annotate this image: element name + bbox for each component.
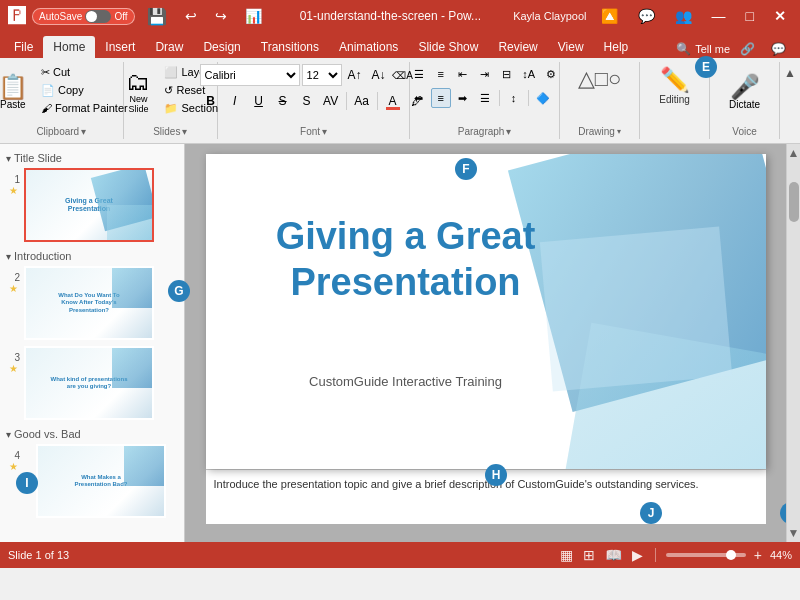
slide-main-title[interactable]: Giving a GreatPresentation: [206, 214, 766, 305]
new-slide-button[interactable]: 🗂 New Slide: [118, 64, 158, 120]
maximize-button[interactable]: □: [740, 6, 760, 26]
tab-slideshow[interactable]: Slide Show: [408, 36, 488, 58]
title-bar: 🅿 AutoSave Off 💾 ↩ ↪ 📊 01-understand-the…: [0, 0, 800, 32]
clipboard-expand-icon[interactable]: ▾: [81, 126, 86, 137]
text-direction-button[interactable]: ↕A: [519, 64, 539, 84]
normal-view-btn[interactable]: ▦: [558, 547, 575, 563]
section1-arrow[interactable]: ▾: [6, 153, 11, 164]
tab-transitions[interactable]: Transitions: [251, 36, 329, 58]
slideshow-btn[interactable]: ▶: [630, 547, 645, 563]
zoom-slider[interactable]: [666, 553, 746, 557]
slide-thumb-4[interactable]: What Makes aPresentation Bad?: [36, 444, 166, 518]
font-family-select[interactable]: Calibri: [200, 64, 300, 86]
font-label: Font ▾: [300, 126, 327, 137]
main-area: ▾ Title Slide 1 ★ Giving a GreatPresenta…: [0, 144, 800, 542]
redo-button[interactable]: ↪: [209, 6, 233, 26]
share-access-btn[interactable]: 🔗: [734, 40, 761, 58]
editing-button[interactable]: ✏️ Editing: [651, 64, 698, 107]
ribbon-toggle[interactable]: 🔼: [595, 6, 624, 26]
slide-sorter-btn[interactable]: ⊞: [581, 547, 597, 563]
comments-ribbon-btn[interactable]: 💬: [765, 40, 792, 58]
paragraph-expand-icon[interactable]: ▾: [506, 126, 511, 137]
section2-arrow[interactable]: ▾: [6, 251, 11, 262]
reading-view-btn[interactable]: 📖: [603, 547, 624, 563]
save-button[interactable]: 💾: [141, 5, 173, 28]
scrollbar-thumb[interactable]: [789, 182, 799, 222]
underline-button[interactable]: U: [248, 90, 270, 112]
tab-draw[interactable]: Draw: [145, 36, 193, 58]
align-right-button[interactable]: ➡: [453, 88, 473, 108]
bullet-list-button[interactable]: ☰: [409, 64, 429, 84]
tab-home[interactable]: Home: [43, 36, 95, 58]
increase-font-button[interactable]: A↑: [344, 64, 366, 86]
columns-button[interactable]: ⊟: [497, 64, 517, 84]
tab-design[interactable]: Design: [193, 36, 250, 58]
undo-button[interactable]: ↩: [179, 6, 203, 26]
charspacing-button[interactable]: AV: [320, 90, 342, 112]
justify-button[interactable]: ☰: [475, 88, 495, 108]
ribbon-group-paragraph: ☰ ≡ ⇤ ⇥ ⊟ ↕A ⚙ ⬅ ≡ ➡ ☰ ↕ 🔷 Paragraph ▾: [410, 62, 560, 139]
section-introduction: ▾ Introduction: [4, 246, 180, 264]
autosave-label: AutoSave: [39, 11, 82, 22]
font-size-select[interactable]: 12: [302, 64, 342, 86]
tab-help[interactable]: Help: [594, 36, 639, 58]
slide-thumb-2-inner: What Do You Want ToKnow After Today'sPre…: [26, 268, 152, 338]
slide-num-1: 1: [6, 172, 20, 185]
user-name: Kayla Claypool: [513, 10, 586, 22]
autosave-toggle[interactable]: [85, 10, 111, 23]
numbered-list-button[interactable]: ≡: [431, 64, 451, 84]
tab-insert[interactable]: Insert: [95, 36, 145, 58]
slides-expand-icon[interactable]: ▾: [182, 126, 187, 137]
slide-item-4[interactable]: 4 ★ I What Makes aPresentation Bad?: [4, 442, 180, 520]
scroll-down-arrow[interactable]: ▼: [786, 524, 800, 542]
textshadow-button[interactable]: S: [296, 90, 318, 112]
slide-canvas[interactable]: Giving a GreatPresentation CustomGuide I…: [206, 154, 766, 469]
ribbon-collapse-btn[interactable]: ▲: [784, 66, 796, 80]
increase-indent-button[interactable]: ⇥: [475, 64, 495, 84]
font-expand-icon[interactable]: ▾: [322, 126, 327, 137]
tab-animations[interactable]: Animations: [329, 36, 408, 58]
ribbon-group-voice: 🎤 Dictate Voice: [710, 62, 780, 139]
status-bar: Slide 1 of 13 ▦ ⊞ 📖 ▶ + 44%: [0, 542, 800, 568]
vertical-scrollbar[interactable]: ▲ ▼: [786, 144, 800, 542]
drawing-shapes-btn[interactable]: △□○: [572, 64, 628, 94]
status-right: ▦ ⊞ 📖 ▶ + 44%: [558, 547, 792, 563]
minimize-button[interactable]: —: [706, 6, 732, 26]
close-button[interactable]: ✕: [768, 6, 792, 26]
slide-thumb-3[interactable]: What kind of presentationsare you giving…: [24, 346, 154, 420]
slide-thumb-1[interactable]: Giving a GreatPresentation: [24, 168, 154, 242]
zoom-in-btn[interactable]: +: [752, 547, 764, 563]
align-left-button[interactable]: ⬅: [409, 88, 429, 108]
tab-view[interactable]: View: [548, 36, 594, 58]
strikethrough-button[interactable]: S: [272, 90, 294, 112]
slide-thumb-3-inner: What kind of presentationsare you giving…: [26, 348, 152, 418]
tab-review[interactable]: Review: [488, 36, 547, 58]
notes-area[interactable]: Introduce the presentation topic and giv…: [206, 469, 766, 524]
decrease-font-button[interactable]: A↓: [368, 64, 390, 86]
slide-item-1[interactable]: 1 ★ Giving a GreatPresentation: [4, 166, 180, 244]
bold-button[interactable]: B: [200, 90, 222, 112]
comments-btn[interactable]: 💬: [632, 6, 661, 26]
drawing-expand-icon[interactable]: ▾: [617, 127, 621, 136]
slide-thumb-2[interactable]: What Do You Want ToKnow After Today'sPre…: [24, 266, 154, 340]
slide-item-2[interactable]: 2 ★ What Do You Want ToKnow After Today'…: [4, 264, 180, 342]
slide-item-3[interactable]: 3 ★ What kind of presentationsare you gi…: [4, 344, 180, 422]
section3-arrow[interactable]: ▾: [6, 429, 11, 440]
scroll-up-arrow[interactable]: ▲: [786, 144, 800, 162]
present-button[interactable]: 📊: [239, 6, 268, 26]
convert-to-smartart-button[interactable]: 🔷: [533, 88, 553, 108]
slide-main-subtitle[interactable]: CustomGuide Interactive Training: [226, 374, 586, 389]
fontcolor-button[interactable]: A: [382, 90, 404, 112]
drawing-content: △□○: [572, 64, 628, 124]
dictate-button[interactable]: 🎤 Dictate: [722, 64, 767, 120]
paste-button[interactable]: 📋 Paste: [0, 64, 35, 120]
decrease-indent-button[interactable]: ⇤: [453, 64, 473, 84]
italic-button[interactable]: I: [224, 90, 246, 112]
tab-file[interactable]: File: [4, 36, 43, 58]
changecase-button[interactable]: Aa: [351, 90, 373, 112]
smart-art-button[interactable]: ⚙: [541, 64, 561, 84]
line-spacing-button[interactable]: ↕: [504, 88, 524, 108]
status-left: Slide 1 of 13: [8, 549, 69, 561]
share-btn[interactable]: 👥: [669, 6, 698, 26]
align-center-button[interactable]: ≡: [431, 88, 451, 108]
